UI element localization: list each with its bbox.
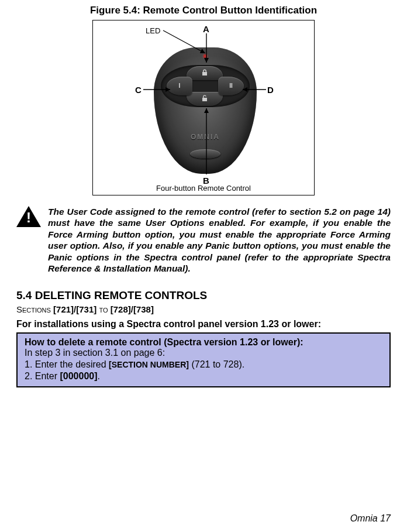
figure-title: Figure 5.4: Remote Control Button Identi… [16, 5, 391, 16]
warning-icon: ! [16, 206, 41, 228]
sections-line: Sections [721]/[731] to [728]/[738] [16, 304, 391, 314]
button-b-unlock [187, 92, 223, 106]
remote-control-image: I II OMNIA [154, 47, 257, 174]
howto-step-1: 1. Enter the desired [SECTION NUMBER] (7… [25, 359, 384, 370]
led-label: LED [146, 26, 160, 35]
warning-text: The User Code assigned to the remote con… [48, 206, 391, 274]
button-c: I [167, 77, 192, 95]
sections-prefix: Sections [16, 304, 51, 314]
step2-post: . [98, 371, 100, 381]
brand-label: OMNIA [154, 133, 257, 141]
led-icon [204, 54, 207, 58]
for-installations-line: For installations using a Spectra contro… [16, 319, 391, 330]
sections-to: to [99, 304, 108, 314]
step1-post: (721 to 728). [189, 359, 244, 369]
unlock-icon [202, 95, 208, 103]
callout-a: A [203, 24, 209, 34]
zeros-keyword: [000000] [60, 371, 97, 381]
howto-box: How to delete a remote control (Spectra … [16, 332, 391, 387]
sections-range2: [728]/[738] [108, 304, 154, 314]
howto-intro: In step 3 in section 3.1 on page 6: [25, 348, 384, 358]
roman-one-icon: I [179, 83, 181, 89]
howto-title: How to delete a remote control (Spectra … [25, 337, 384, 348]
section-number-keyword: [SECTION NUMBER] [109, 360, 189, 369]
step2-pre: 2. Enter [25, 371, 60, 381]
figure-box: LED A B C D I II [92, 20, 315, 195]
howto-step-2: 2. Enter [000000]. [25, 371, 384, 382]
figure-subcaption: Four-button Remote Control [93, 184, 314, 193]
callout-c: C [135, 85, 142, 95]
section-heading: 5.4 DELETING REMOTE CONTROLS [16, 289, 391, 302]
step1-pre: 1. Enter the desired [25, 359, 109, 369]
sections-range1: [721]/[731] [51, 304, 99, 314]
button-a-lock [187, 66, 223, 80]
oval-button [190, 149, 220, 159]
lock-icon [202, 69, 208, 77]
page-footer: Omnia 17 [350, 513, 391, 524]
warning-block: ! The User Code assigned to the remote c… [16, 206, 391, 274]
roman-two-icon: II [229, 83, 233, 89]
button-d: II [218, 77, 244, 95]
callout-d: D [267, 85, 274, 95]
